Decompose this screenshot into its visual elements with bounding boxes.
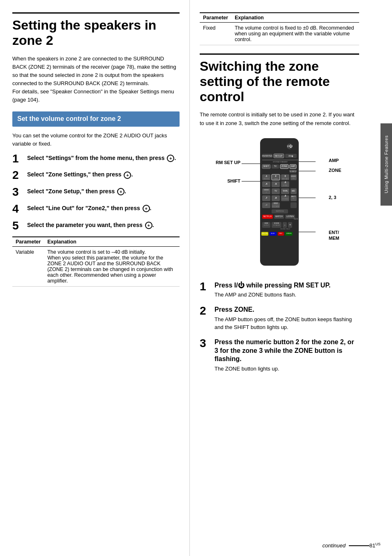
right-column: Parameter Explanation Fixed The volume c…: [190, 0, 380, 556]
page-num: 81: [369, 542, 375, 549]
svg-text:WATCH: WATCH: [275, 215, 283, 218]
step-4-text: Select "Line Out" for "Zone2," then pres…: [27, 203, 152, 213]
continued-text: continued: [323, 542, 346, 549]
enter-icon-1: +: [167, 155, 174, 162]
subsection-title: Set the volume control for zone 2: [17, 115, 175, 123]
svg-rect-16: [262, 160, 298, 160]
right-step-1: 1 Press I/⏻ while pressing RM SET UP. Th…: [200, 280, 359, 299]
svg-text:SOUND: SOUND: [274, 222, 279, 224]
svg-text:SERVICE: SERVICE: [276, 210, 284, 212]
right-step-3: 3 Press the numeric button 2 for the zon…: [200, 337, 359, 373]
right-step-3-number: 3: [200, 337, 212, 350]
svg-text:BD/DVD: BD/DVD: [263, 178, 269, 180]
right-step-1-content: Press I/⏻ while pressing RM SET UP. The …: [214, 280, 330, 299]
svg-text:TV: TV: [274, 165, 277, 167]
right-step-2-sub: The AMP button goes off, the ZONE button…: [214, 316, 359, 331]
svg-text:.5: .5: [275, 183, 277, 185]
svg-text:TV: TV: [274, 190, 277, 192]
step-4-number: 4: [12, 203, 25, 215]
svg-text:TV INPUT: TV INPUT: [289, 170, 297, 172]
table-row-fixed: Fixed The volume control is fixed to ±0 …: [200, 23, 359, 45]
svg-text:VIDEO: VIDEO: [264, 189, 269, 191]
footer-continued: continued: [323, 542, 369, 549]
svg-text:HDMI: HDMI: [265, 222, 268, 224]
svg-text:.7: .7: [265, 197, 267, 199]
step-5: 5 Select the parameter you want, then pr…: [12, 220, 180, 232]
right-intro: The remote control is initially set to b…: [200, 111, 359, 127]
svg-text:CD: CD: [292, 178, 295, 179]
right-step-2-number: 2: [200, 305, 212, 317]
remote-container: RM SET UP SHIFT AMP ZONE 2, 3 ENT/MEM: [200, 134, 359, 274]
enter-icon-2: +: [124, 171, 131, 179]
enter-icon-5: +: [145, 222, 152, 229]
svg-text:.8: .8: [275, 197, 277, 199]
right-step-1-sub: The AMP and ZONE buttons flash.: [214, 291, 330, 299]
explanation-variable: The volume control is set to –40 dB init…: [44, 246, 180, 286]
svg-text:SYSTEM STANDBY: SYSTEM STANDBY: [273, 161, 288, 163]
left-intro: When the speakers in zone 2 are connecte…: [12, 55, 180, 104]
enter-icon-3: +: [117, 188, 125, 195]
svg-text:.1: .1: [265, 175, 267, 177]
fixed-table: Parameter Explanation Fixed The volume c…: [200, 12, 359, 45]
svg-text:OPTIMIZER: OPTIMIZER: [273, 225, 280, 226]
remote-svg: I/⏻ FAVORITES RM S:UP AV/⏻ SYSTEM STANDB…: [214, 134, 345, 274]
svg-text:RM S:UP: RM S:UP: [275, 155, 283, 157]
svg-text:.-/-: .-/-: [265, 204, 268, 206]
left-section-title: Setting the speakers in zone 2: [12, 12, 180, 48]
svg-text:FAVORITES: FAVORITES: [262, 155, 272, 157]
step-3: 3 Select "Zone Setup," then press +.: [12, 186, 180, 199]
svg-text:IN: IN: [293, 198, 294, 199]
param-header: Parameter: [12, 237, 44, 247]
svg-text:GREEN: GREEN: [286, 233, 292, 234]
svg-text:-: -: [284, 223, 286, 227]
right-step-3-main: Press the numeric button 2 for the zone …: [214, 337, 359, 364]
svg-text:2: 2: [266, 192, 267, 193]
svg-text:GAME: GAME: [274, 178, 278, 180]
step-2: 2 Select "Zone Settings," then press +.: [12, 169, 180, 182]
step-1-text: Select "Settings" from the home menu, th…: [27, 153, 176, 162]
step-4: 4 Select "Line Out" for "Zone2," then pr…: [12, 203, 180, 215]
right-step-2: 2 Press ZONE. The AMP button goes off, t…: [200, 305, 359, 331]
page-superscript: US: [375, 542, 380, 546]
svg-text:+: +: [289, 223, 291, 227]
right-section-title: Switching the zone setting of the remote…: [200, 53, 359, 104]
param-variable: Variable: [12, 246, 44, 286]
svg-text:BLUE: BLUE: [271, 233, 275, 234]
svg-text:ENT/MEM: ENT/MEM: [272, 206, 279, 207]
svg-text:OUTPUT: OUTPUT: [264, 225, 269, 226]
step-2-number: 2: [12, 169, 25, 182]
right-step-2-main: Press ZONE.: [214, 305, 359, 314]
svg-text:YELLOW: YELLOW: [262, 233, 268, 234]
svg-text:MD: MD: [292, 190, 295, 192]
svg-text:2: 2: [275, 175, 276, 177]
svg-text:MULTI: MULTI: [291, 196, 295, 197]
svg-text:NETFLIX: NETFLIX: [263, 215, 272, 218]
subsection-box: Set the volume control for zone 2: [12, 111, 180, 127]
step-1: 1 Select "Settings" from the home menu, …: [12, 153, 180, 165]
svg-text:I/⏻: I/⏻: [287, 144, 293, 148]
svg-text:LISTEN: LISTEN: [286, 215, 294, 218]
svg-text:SAT/CATV: SAT/CATV: [282, 178, 289, 180]
step-5-text: Select the parameter you want, then pres…: [27, 220, 154, 229]
svg-text:RED: RED: [279, 233, 282, 234]
right-step-1-main: Press I/⏻ while pressing RM SET UP.: [214, 280, 330, 290]
svg-text:AMP: AMP: [291, 165, 296, 167]
svg-text:SEN: SEN: [294, 218, 298, 220]
enter-icon-4: +: [143, 205, 150, 212]
svg-text:AV/⏻: AV/⏻: [288, 155, 293, 157]
svg-text:.6: .6: [284, 181, 286, 183]
right-step-2-content: Press ZONE. The AMP button goes off, the…: [214, 305, 359, 331]
svg-text:GUIDE: GUIDE: [283, 185, 288, 186]
step-1-number: 1: [12, 153, 25, 165]
side-tab: Using Multi-zone Features: [380, 123, 392, 206]
continued-rule: [349, 545, 369, 546]
svg-text:ZONE: ZONE: [281, 165, 288, 167]
step-3-text: Select "Zone Setup," then press +.: [27, 186, 126, 196]
fixed-param-header: Parameter: [200, 13, 231, 23]
param-table: Parameter Explanation Variable The volum…: [12, 236, 180, 287]
fixed-explanation-header: Explanation: [231, 13, 359, 23]
table-row-variable: Variable The volume control is set to –4…: [12, 246, 180, 286]
right-step-1-number: 1: [200, 280, 212, 293]
step-3-number: 3: [12, 186, 25, 199]
step-2-text: Select "Zone Settings," then press +.: [27, 169, 133, 179]
